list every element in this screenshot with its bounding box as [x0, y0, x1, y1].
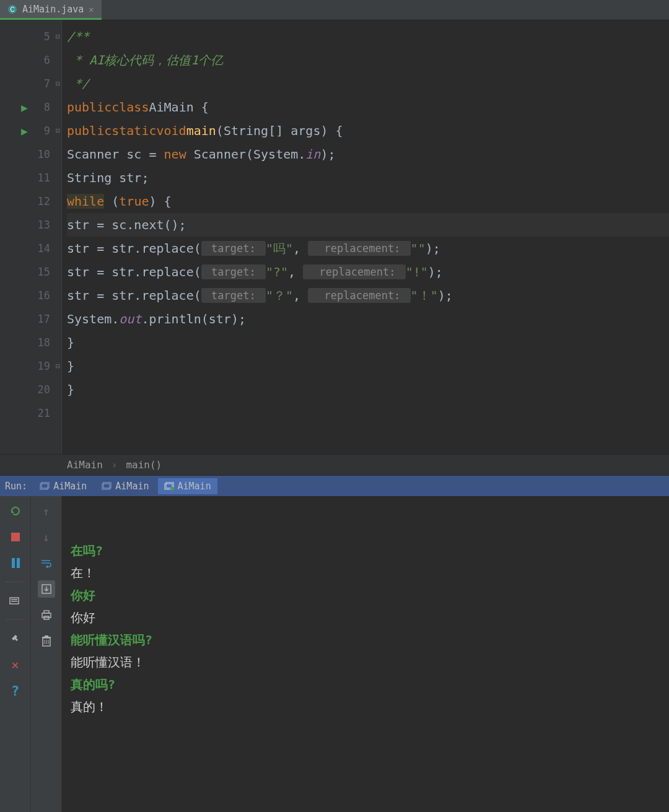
- gutter: 5⊟ 6 7⊟ ▶8 ▶9⊟ 10 11 12 13 14 15 16 17 1…: [0, 20, 62, 454]
- trash-icon[interactable]: [38, 632, 55, 650]
- console-output[interactable]: 在吗? 在！ 你好 你好 能听懂汉语吗? 能听懂汉语！ 真的吗? 真的！: [62, 496, 669, 812]
- editor-tab-label: AiMain.java: [22, 4, 84, 15]
- console-output-line: 能听懂汉语！: [71, 651, 660, 673]
- svg-rect-14: [11, 601, 17, 602]
- soft-wrap-icon[interactable]: [38, 554, 55, 572]
- fold-icon[interactable]: ⊟: [56, 362, 60, 370]
- breadcrumb: AiMain › main(): [0, 454, 669, 475]
- run-config-icon: [102, 481, 112, 491]
- console-area: ✕ ? ↑ ↓ 在吗? 在！ 你好 你好 能听懂汉语吗? 能听懂汉语！ 真的吗?…: [0, 496, 669, 812]
- console-output-line: 你好: [71, 606, 660, 629]
- down-arrow-icon[interactable]: ↓: [38, 528, 55, 546]
- close-icon[interactable]: ✕: [89, 4, 94, 14]
- run-tab[interactable]: AiMain: [33, 478, 93, 494]
- console-output-line: 真的！: [71, 696, 660, 718]
- svg-rect-9: [11, 533, 20, 541]
- console-input-line: 在吗?: [71, 539, 660, 562]
- breadcrumb-class[interactable]: AiMain: [67, 459, 103, 471]
- editor-area: 5⊟ 6 7⊟ ▶8 ▶9⊟ 10 11 12 13 14 15 16 17 1…: [0, 20, 669, 454]
- up-arrow-icon[interactable]: ↑: [38, 502, 55, 520]
- fold-icon[interactable]: ⊟: [56, 32, 60, 41]
- console-toolbar-right: ↑ ↓: [31, 496, 62, 812]
- fold-icon[interactable]: ⊟: [56, 126, 60, 135]
- run-tab-active[interactable]: AiMain: [158, 478, 217, 494]
- run-gutter-icon[interactable]: ▶: [21, 101, 28, 114]
- fold-icon[interactable]: ⊟: [56, 79, 60, 88]
- console-toolbar-left: ✕ ?: [0, 496, 31, 812]
- editor-tab-bar: C AiMain.java ✕: [0, 0, 669, 20]
- print-icon[interactable]: [38, 606, 55, 624]
- editor-tab[interactable]: C AiMain.java ✕: [0, 0, 102, 20]
- svg-rect-10: [12, 558, 15, 568]
- run-tab[interactable]: AiMain: [95, 478, 155, 494]
- chevron-right-icon: ›: [112, 459, 118, 471]
- svg-text:C: C: [10, 6, 14, 13]
- dump-threads-icon[interactable]: [7, 592, 24, 609]
- breadcrumb-method[interactable]: main(): [126, 459, 162, 471]
- class-icon: C: [7, 4, 17, 14]
- run-config-icon: [40, 481, 50, 491]
- pin-icon[interactable]: [7, 630, 24, 647]
- run-config-icon: [164, 481, 174, 491]
- pause-icon[interactable]: [7, 554, 24, 572]
- run-gutter-icon[interactable]: ▶: [21, 124, 28, 138]
- scroll-to-end-icon[interactable]: [38, 580, 55, 598]
- close-icon[interactable]: ✕: [7, 656, 24, 673]
- svg-rect-21: [45, 635, 48, 637]
- run-label: Run:: [5, 481, 27, 492]
- console-input-line: 真的吗?: [71, 673, 660, 696]
- run-tab-bar: Run: AiMain AiMain AiMain: [0, 475, 669, 496]
- svg-rect-13: [11, 599, 17, 600]
- code-area[interactable]: /** * AI核心代码，估值1个亿 */ public class AiMai…: [62, 20, 669, 454]
- rerun-icon[interactable]: [7, 502, 24, 520]
- console-input-line: 能听懂汉语吗?: [71, 629, 660, 651]
- svg-rect-16: [42, 613, 51, 618]
- help-icon[interactable]: ?: [7, 682, 24, 699]
- console-output-line: 在！: [71, 562, 660, 584]
- svg-rect-11: [17, 558, 20, 568]
- svg-point-8: [170, 487, 174, 491]
- svg-rect-20: [42, 637, 51, 638]
- svg-rect-17: [44, 611, 49, 613]
- stop-icon[interactable]: [7, 528, 24, 546]
- console-input-line: 你好: [71, 584, 660, 606]
